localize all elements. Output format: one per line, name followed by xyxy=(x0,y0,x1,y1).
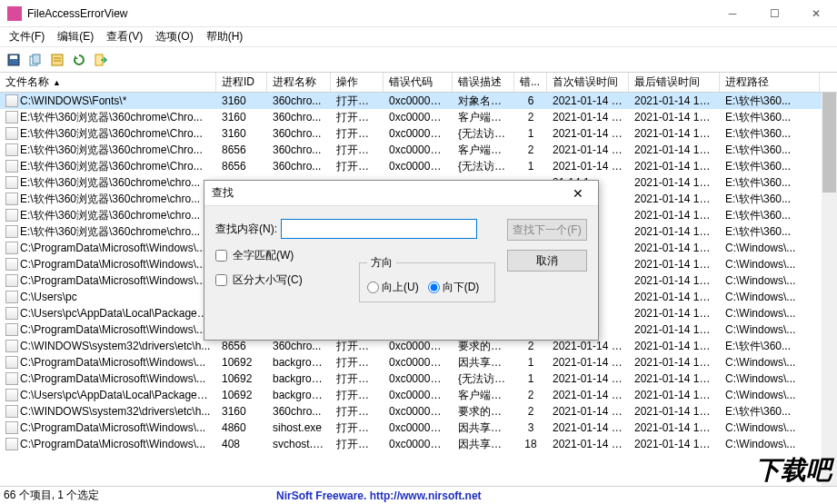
direction-up-radio[interactable]: 向上(U) xyxy=(367,280,419,295)
file-icon xyxy=(5,258,18,271)
cell-pid: 3160 xyxy=(216,94,267,108)
table-row[interactable]: E:\软件\360浏览器\360chrome\Chro...8656360chr… xyxy=(0,142,837,158)
find-next-button[interactable]: 查找下一个(F) xyxy=(507,219,587,241)
table-row[interactable]: C:\Users\pc\AppData\Local\Packages\...10… xyxy=(0,387,837,403)
cancel-button[interactable]: 取消 xyxy=(507,250,587,272)
cell-t2: 2021-01-14 15:... xyxy=(629,306,720,321)
cell-f: C:\ProgramData\Microsoft\Windows\... xyxy=(0,257,216,272)
cell-pp: E:\软件\360... xyxy=(720,109,820,126)
dialog-close-icon[interactable]: ✕ xyxy=(565,183,591,204)
cell-c: 3 xyxy=(514,420,547,435)
file-icon xyxy=(5,307,18,320)
cell-pid: 10692 xyxy=(216,355,267,370)
cell-pid: 10692 xyxy=(216,371,267,386)
file-icon xyxy=(5,323,18,336)
column-header: 文件名称▲进程ID进程名称操作错误代码错误描述错...首次错误时间最后错误时间进… xyxy=(0,73,837,93)
direction-legend: 方向 xyxy=(367,255,396,271)
menu-view[interactable]: 查看(V) xyxy=(101,27,148,46)
cell-pn: 360chro... xyxy=(267,94,331,108)
direction-down-radio[interactable]: 向下(D) xyxy=(428,280,480,295)
cell-ec: 0xc0000043 xyxy=(384,437,453,451)
find-content-input[interactable] xyxy=(281,219,477,239)
table-row[interactable]: C:\ProgramData\Microsoft\Windows\...408s… xyxy=(0,436,837,452)
cell-t1: 2021-01-14 1... xyxy=(547,126,629,141)
cell-ed: 客户端没... xyxy=(453,142,514,159)
cell-t2: 2021-01-14 15:... xyxy=(629,404,720,419)
copy-icon[interactable] xyxy=(27,52,44,68)
cell-f: C:\WINDOWS\system32\drivers\etc\h... xyxy=(0,404,216,420)
column-header-9[interactable]: 进程路径 xyxy=(720,73,820,92)
cell-f: C:\WINDOWS\Fonts\* xyxy=(0,94,216,109)
column-header-4[interactable]: 错误代码 xyxy=(384,73,453,92)
table-row[interactable]: C:\ProgramData\Microsoft\Windows\...4860… xyxy=(0,420,837,436)
file-icon xyxy=(5,291,18,303)
column-header-7[interactable]: 首次错误时间 xyxy=(547,73,629,92)
column-header-3[interactable]: 操作 xyxy=(331,73,384,92)
properties-icon[interactable] xyxy=(49,52,65,68)
cell-pp: E:\软件\360... xyxy=(720,191,820,208)
minimize-button[interactable]: ─ xyxy=(712,0,753,27)
cell-ec: 0xc0000103 xyxy=(384,404,453,419)
column-header-0[interactable]: 文件名称▲ xyxy=(0,73,216,92)
table-row[interactable]: C:\ProgramData\Microsoft\Windows\...1069… xyxy=(0,371,837,387)
cell-t1: 2021-01-14 1... xyxy=(547,339,629,353)
cell-pid: 408 xyxy=(216,437,267,451)
table-row[interactable]: C:\WINDOWS\Fonts\*3160360chro...打开文件0xc0… xyxy=(0,93,837,109)
save-icon[interactable] xyxy=(5,52,22,68)
menu-edit[interactable]: 编辑(E) xyxy=(52,27,99,46)
scrollbar-thumb[interactable] xyxy=(822,93,836,193)
file-icon xyxy=(5,372,18,385)
vertical-scrollbar[interactable] xyxy=(822,93,837,486)
cell-pp: E:\软件\360... xyxy=(720,158,820,175)
cell-f: C:\ProgramData\Microsoft\Windows\... xyxy=(0,355,216,371)
file-icon xyxy=(5,421,18,434)
table-row[interactable]: E:\软件\360浏览器\360chrome\Chro...8656360chr… xyxy=(0,158,837,174)
cell-t2: 2021-01-14 15:... xyxy=(629,241,720,255)
dialog-title: 查找 xyxy=(212,185,565,201)
cell-ed: {无法访问}... xyxy=(453,125,514,143)
cell-ed: {无法访问}... xyxy=(453,371,514,388)
cell-t1: 2021-01-14 1... xyxy=(547,388,629,402)
cell-t1: 2021-01-14 1... xyxy=(547,437,629,451)
cell-ed: 因共享访... xyxy=(453,354,514,371)
exit-icon[interactable] xyxy=(93,52,109,68)
table-row[interactable]: E:\软件\360浏览器\360chrome\Chro...3160360chr… xyxy=(0,109,837,125)
cell-t1: 2021-01-14 1... xyxy=(547,110,629,124)
cell-op: 打开文件 xyxy=(331,403,384,420)
column-header-2[interactable]: 进程名称 xyxy=(267,73,331,92)
cell-t2: 2021-01-14 15:... xyxy=(629,143,720,157)
cell-f: E:\软件\360浏览器\360chrome\chro... xyxy=(0,223,216,241)
menu-help[interactable]: 帮助(H) xyxy=(201,27,249,46)
menu-file[interactable]: 文件(F) xyxy=(4,27,50,46)
cell-f: C:\WINDOWS\system32\drivers\etc\h... xyxy=(0,339,216,354)
maximize-button[interactable]: ☐ xyxy=(753,0,795,27)
column-header-6[interactable]: 错... xyxy=(514,73,547,92)
cell-t2: 2021-01-14 15:... xyxy=(629,94,720,108)
close-button[interactable]: ✕ xyxy=(795,0,837,27)
cell-pid: 10692 xyxy=(216,388,267,402)
refresh-icon[interactable] xyxy=(71,52,87,68)
cell-t2: 2021-01-14 15:... xyxy=(629,339,720,353)
column-header-1[interactable]: 进程ID xyxy=(216,73,267,92)
cell-f: C:\ProgramData\Microsoft\Windows\... xyxy=(0,437,216,452)
cell-t2: 2021-01-14 15:... xyxy=(629,192,720,206)
cell-pp: C:\Windows\... xyxy=(720,322,820,337)
status-link[interactable]: NirSoft Freeware. http://www.nirsoft.net xyxy=(276,489,482,502)
cell-ec: 0xc0000103 xyxy=(384,339,453,353)
cell-pp: E:\软件\360... xyxy=(720,125,820,143)
column-header-5[interactable]: 错误描述 xyxy=(453,73,514,92)
find-content-label: 查找内容(N): xyxy=(215,222,281,237)
table-row[interactable]: C:\ProgramData\Microsoft\Windows\...1069… xyxy=(0,354,837,371)
cell-pp: C:\Windows\... xyxy=(720,241,820,255)
cell-pp: C:\Windows\... xyxy=(720,290,820,304)
cell-pn: sihost.exe xyxy=(267,420,331,435)
file-icon xyxy=(5,111,18,124)
column-header-8[interactable]: 最后错误时间 xyxy=(629,73,720,92)
cell-f: E:\软件\360浏览器\360chrome\Chro... xyxy=(0,142,216,159)
table-row[interactable]: C:\WINDOWS\system32\drivers\etc\h...3160… xyxy=(0,403,837,420)
cell-f: E:\软件\360浏览器\360chrome\Chro... xyxy=(0,158,216,175)
table-row[interactable]: E:\软件\360浏览器\360chrome\Chro...3160360chr… xyxy=(0,125,837,142)
cell-ec: 0xc0000061 xyxy=(384,388,453,402)
cell-c: 1 xyxy=(514,371,547,386)
menu-options[interactable]: 选项(O) xyxy=(150,27,198,46)
